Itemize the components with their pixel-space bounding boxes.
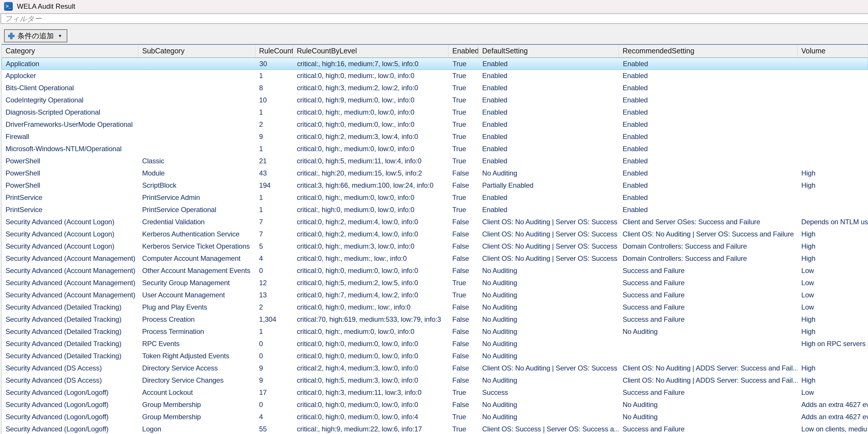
table-cell: Client OS: No Auditing | Server OS: Succ… <box>478 253 619 265</box>
column-header-rulecount[interactable]: RuleCount <box>255 45 293 57</box>
table-cell: 1 <box>255 204 293 216</box>
table-cell: Security Advanced (DS Access) <box>2 362 138 375</box>
table-cell: Security Advanced (Detailed Tracking) <box>2 338 138 350</box>
column-header-subcategory[interactable]: SubCategory <box>138 45 255 57</box>
table-cell: critical:0, high:, medium:0, low:0, info… <box>293 106 448 119</box>
table-row[interactable]: PowerShellModule43critical:, high:20, me… <box>2 167 868 180</box>
table-row[interactable]: DriverFrameworks-UserMode Operational2cr… <box>2 119 868 131</box>
table-cell: True <box>448 131 478 143</box>
table-cell: Client OS: No Auditing | Server OS: Succ… <box>478 216 619 228</box>
table-row[interactable]: Security Advanced (Detailed Tracking)RPC… <box>2 338 868 350</box>
table-row[interactable]: Security Advanced (Account Logon)Kerbero… <box>2 228 868 241</box>
table-cell: Enabled <box>478 143 619 155</box>
table-cell: No Auditing <box>478 302 619 314</box>
table-row[interactable]: PowerShellClassic21critical:0, high:5, m… <box>2 155 868 167</box>
table-cell: critical:0, high:0, medium:0, low:0, inf… <box>293 338 448 350</box>
table-cell: Token Right Adjusted Events <box>138 350 255 362</box>
table-row[interactable]: Bits-Client Operational8critical:0, high… <box>2 82 868 94</box>
table-row[interactable]: Applocker1critical:0, high:0, medium:, l… <box>2 70 868 82</box>
table-cell: critical:, high:9, medium:22, low:6, inf… <box>293 423 448 434</box>
table-row[interactable]: Microsoft-Windows-NTLM/Operational1criti… <box>2 143 868 155</box>
table-cell <box>798 58 868 70</box>
table-cell: False <box>448 167 478 180</box>
plus-icon <box>8 33 14 39</box>
table-cell: High <box>798 314 868 326</box>
table-cell: Enabled <box>619 192 798 204</box>
table-cell: True <box>448 411 478 423</box>
table-cell: PowerShell <box>2 155 138 167</box>
table-cell: Success <box>478 387 619 399</box>
table-row[interactable]: Security Advanced (Account Management)Se… <box>2 277 868 289</box>
table-cell: Enabled <box>619 106 798 119</box>
table-cell: No Auditing <box>619 326 798 338</box>
table-cell: 13 <box>255 289 293 302</box>
table-cell: 17 <box>255 387 293 399</box>
table-cell: Enabled <box>619 82 798 94</box>
table-cell: 1 <box>255 70 293 82</box>
table-row[interactable]: Security Advanced (Account Management)Us… <box>2 289 868 302</box>
table-row[interactable]: Security Advanced (Account Logon)Credent… <box>2 216 868 228</box>
table-cell: True <box>448 155 478 167</box>
table-row[interactable]: Security Advanced (Logon/Logoff)Account … <box>2 387 868 399</box>
add-criteria-button[interactable]: 条件の追加 ▼ <box>4 29 67 42</box>
table-row[interactable]: Application30critical:, high:16, medium:… <box>2 58 868 70</box>
table-cell: critical:0, high:2, medium:4, low:0, inf… <box>293 216 448 228</box>
table-row[interactable]: Security Advanced (Account Management)Co… <box>2 253 868 265</box>
table-cell: Low <box>798 277 868 289</box>
table-cell <box>798 70 868 82</box>
table-cell: False <box>448 253 478 265</box>
table-cell: Enabled <box>619 155 798 167</box>
table-row[interactable]: Security Advanced (Logon/Logoff)Group Me… <box>2 399 868 411</box>
column-header-enabled[interactable]: Enabled <box>448 45 478 57</box>
table-row[interactable]: Security Advanced (Detailed Tracking)Pro… <box>2 314 868 326</box>
table-cell: critical:0, high:5, medium:11, low:4, in… <box>293 155 448 167</box>
table-row[interactable]: Security Advanced (Detailed Tracking)Pro… <box>2 326 868 338</box>
table-cell: Security Advanced (Detailed Tracking) <box>2 350 138 362</box>
table-cell: Process Creation <box>138 314 255 326</box>
table-row[interactable]: Security Advanced (Account Logon)Kerbero… <box>2 241 868 253</box>
column-header-category[interactable]: Category <box>2 45 138 57</box>
table-cell: High <box>798 326 868 338</box>
table-cell: False <box>448 302 478 314</box>
table-row[interactable]: PowerShellScriptBlock194critical:3, high… <box>2 180 868 192</box>
table-row[interactable]: Security Advanced (Account Management)Ot… <box>2 265 868 277</box>
table-row[interactable]: Security Advanced (Logon/Logoff)Logon55c… <box>2 423 868 434</box>
table-row[interactable]: CodeIntegrity Operational10critical:0, h… <box>2 94 868 106</box>
titlebar: >_ WELA Audit Result <box>0 0 868 13</box>
table-cell: Kerberos Service Ticket Operations <box>138 241 255 253</box>
table-cell: Enabled <box>619 58 798 70</box>
table-cell: critical:0, high:2, medium:3, low:4, inf… <box>293 131 448 143</box>
table-cell: 2 <box>255 302 293 314</box>
table-cell: False <box>448 265 478 277</box>
table-row[interactable]: Security Advanced (DS Access)Directory S… <box>2 362 868 375</box>
table-cell: 0 <box>255 399 293 411</box>
table-cell: 4 <box>255 411 293 423</box>
table-row[interactable]: Firewall9critical:0, high:2, medium:3, l… <box>2 131 868 143</box>
table-cell: Partially Enabled <box>478 180 619 192</box>
table-row[interactable]: PrintServicePrintService Admin1critical:… <box>2 192 868 204</box>
column-header-defaultsetting[interactable]: DefaultSetting <box>478 45 619 57</box>
table-cell: Domain Controllers: Success and Failure <box>619 241 798 253</box>
column-header-volume[interactable]: Volume <box>798 45 868 57</box>
table-row[interactable]: Diagnosis-Scripted Operational1critical:… <box>2 106 868 119</box>
table-cell: Firewall <box>2 131 138 143</box>
table-cell: 9 <box>255 131 293 143</box>
table-cell: False <box>448 399 478 411</box>
table-row[interactable]: Security Advanced (Detailed Tracking)Plu… <box>2 302 868 314</box>
column-header-rulecountbylevel[interactable]: RuleCountByLevel <box>293 45 448 57</box>
table-cell: Client and Server OSes: Success and Fail… <box>619 216 798 228</box>
table-row[interactable]: Security Advanced (Logon/Logoff)Group Me… <box>2 411 868 423</box>
table-row[interactable]: PrintServicePrintService Operational1cri… <box>2 204 868 216</box>
column-header-recommendedsetting[interactable]: RecommendedSetting <box>619 45 798 57</box>
table-cell: critical:0, high:2, medium:4, low:0, inf… <box>293 228 448 241</box>
table-row[interactable]: Security Advanced (Detailed Tracking)Tok… <box>2 350 868 362</box>
table-cell: Success and Failure <box>619 265 798 277</box>
table-cell: 5 <box>255 241 293 253</box>
filter-input[interactable] <box>1 13 868 24</box>
table-cell: Security Advanced (Logon/Logoff) <box>2 387 138 399</box>
table-cell: Process Termination <box>138 326 255 338</box>
table-cell: DriverFrameworks-UserMode Operational <box>2 119 138 131</box>
table-row[interactable]: Security Advanced (DS Access)Directory S… <box>2 375 868 387</box>
table-cell <box>138 131 255 143</box>
table-cell: Classic <box>138 155 255 167</box>
